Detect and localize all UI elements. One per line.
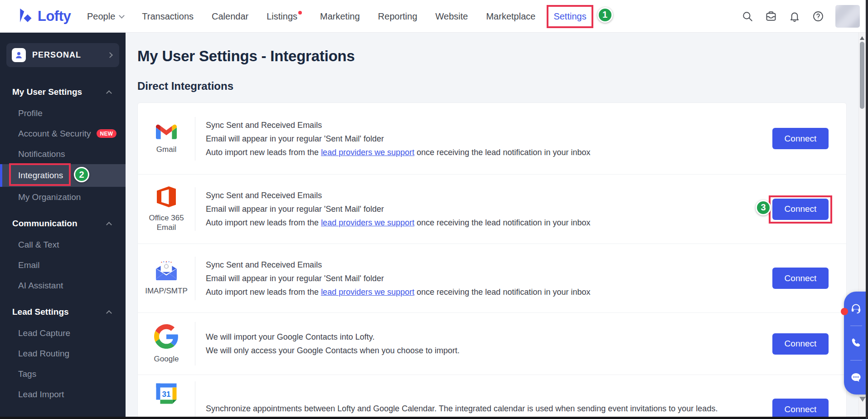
description-line: Sync Sent and Received Emails [206,258,772,272]
sidebar-item-integrations[interactable]: Integrations2 [0,164,126,187]
inbox-tray-icon[interactable] [765,10,777,23]
chevron-right-icon [107,52,113,58]
support-headset-icon[interactable] [844,297,868,321]
description-line: Sync Sent and Received Emails [206,118,772,132]
lofty-logo[interactable]: Lofty [17,0,71,33]
description-text: once receiving the lead notification in … [414,218,590,227]
nav-item-label: Calendar [212,11,248,22]
integration-row-imap-smtp: IMAP/SMTPSync Sent and Received EmailsEm… [138,244,846,313]
sidebar-item-label: Call & Text [18,240,59,250]
description-text: Auto import new leads from the [206,287,321,297]
google-calendar-icon: 31 [154,381,179,408]
sidebar-item-my-organization[interactable]: My Organization [0,187,126,207]
sidebar-item-call-text[interactable]: Call & Text [0,234,126,255]
window-right-edge [866,0,868,419]
action-column: Connect [772,128,846,149]
sidebar-section-title-lead-settings[interactable]: Lead Settings [0,304,126,320]
scrollbar-thumb[interactable] [860,42,864,109]
connect-button-wrap: Connect [772,268,829,289]
sidebar-item-lead-routing[interactable]: Lead Routing [0,343,126,364]
lead-providers-link[interactable]: lead providers we support [321,287,414,297]
sidebar-item-label: Lead Routing [18,349,69,359]
nav-item-reporting[interactable]: Reporting [378,11,417,22]
person-icon [12,48,26,62]
sidebar-item-label: My Organization [18,192,81,202]
main-menu: PeopleTransactionsCalendarListingsMarket… [87,0,587,33]
help-icon[interactable] [812,10,824,23]
unread-notification-dot [841,308,848,315]
svg-text:31: 31 [162,390,171,399]
description-line: Auto import new leads from the lead prov… [206,285,772,299]
description-text: Auto import new leads from the [206,148,321,157]
action-column: Connect [772,268,846,289]
sidebar-item-label: Email [18,260,40,270]
sidebar-section-title-communication[interactable]: Communication [0,215,126,232]
connect-button-imap-smtp[interactable]: Connect [772,268,829,289]
connect-button-wrap: Connect [772,399,829,419]
nav-item-label: Marketplace [486,11,535,22]
sidebar-item-label: Account & Security [18,129,91,139]
connect-button-google[interactable]: Connect [772,333,829,355]
lofty-app-window: Lofty PeopleTransactionsCalendarListings… [0,0,868,419]
nav-item-label: Transactions [142,11,194,22]
nav-item-settings[interactable]: Settings1 [553,11,586,22]
sidebar-item-account-security[interactable]: Account & SecurityNEW [0,123,126,144]
connect-button-office-365-email[interactable]: Connect [772,199,829,220]
sidebar-item-lead-capture[interactable]: Lead Capture [0,323,126,343]
sidebar-section-title-my-user-settings[interactable]: My User Settings [0,84,126,100]
account-switcher-personal[interactable]: PERSONAL [6,43,119,67]
nav-item-calendar[interactable]: Calendar [212,11,248,22]
integration-logo-column: Google [138,324,195,364]
integration-name: IMAP/SMTP [145,286,188,296]
chat-bubble-icon[interactable] [844,365,868,390]
sidebar-item-email[interactable]: Email [0,255,126,275]
main-content: My User Settings - Integrations Direct I… [126,33,868,419]
connect-button-wrap: Connect3 [772,199,829,220]
sidebar-item-profile[interactable]: Profile [0,103,126,123]
sidebar-item-tags[interactable]: Tags [0,364,126,384]
sidebar-item-notifications[interactable]: Notifications [0,144,126,164]
description-line: Email will appear in your regular 'Sent … [206,272,772,285]
sidebar-item-ai-assistant[interactable]: AI Assistant [0,275,126,296]
nav-item-marketing[interactable]: Marketing [320,11,360,22]
connect-button-wrap: Connect [772,128,829,149]
nav-item-people[interactable]: People [87,11,124,22]
sidebar-item-lead-import[interactable]: Lead Import [0,384,126,404]
connect-button-gmail[interactable]: Connect [772,128,829,149]
section-title-label: My User Settings [12,87,82,97]
action-column: Connect3 [772,199,846,220]
page-title: My User Settings - Integrations [137,48,868,65]
nav-item-transactions[interactable]: Transactions [142,11,194,22]
chevron-up-icon [106,90,112,96]
annotation-step-badge: 2 [74,167,89,182]
nav-item-label: Reporting [378,11,417,22]
sidebar-item-label: Tags [18,369,36,379]
scrollbar-down-arrow[interactable] [859,397,866,402]
integration-description: Sync Sent and Received EmailsEmail will … [195,118,772,159]
nav-item-website[interactable]: Website [436,11,468,22]
scrollbar-up-arrow[interactable] [860,36,864,40]
user-avatar[interactable] [835,5,860,28]
lead-providers-link[interactable]: lead providers we support [321,218,414,227]
notification-bell-icon[interactable] [788,10,801,23]
integration-description: Synchronize appointments between Lofty a… [195,375,772,415]
gmail-icon [156,123,177,141]
nav-item-marketplace[interactable]: Marketplace [486,11,535,22]
sidebar-item-label: Lead Import [18,390,64,400]
nav-item-listings[interactable]: Listings [267,11,302,22]
sidebar-item-label: Profile [18,108,43,118]
integration-logo-column: Office 365 Email [138,186,195,232]
connect-button-google-calendar[interactable]: Connect [772,399,829,419]
google-icon [154,324,179,351]
description-text: once receiving the lead notification in … [414,287,590,297]
phone-icon[interactable] [844,331,868,356]
integration-logo-column: Gmail [138,123,195,154]
sidebar-item-label: AI Assistant [18,281,63,291]
search-icon[interactable] [741,10,754,23]
lead-providers-link[interactable]: lead providers we support [321,148,414,157]
imap-smtp-icon [155,261,178,283]
integration-description: Sync Sent and Received EmailsEmail will … [195,258,772,299]
sidebar-item-label: Notifications [18,149,65,159]
top-right-actions [741,0,860,33]
annotation-step-badge: 1 [597,7,613,23]
